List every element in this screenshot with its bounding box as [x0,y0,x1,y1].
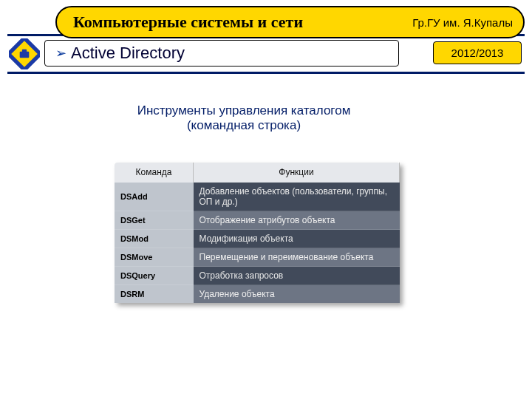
section-heading-line1: Инструменты управления каталогом (команд… [137,103,351,132]
section-heading: Инструменты управления каталогом (команд… [89,103,399,133]
commands-table: Команда Функции DSAdd Добавление объекто… [115,163,400,303]
svg-rect-3 [22,50,27,52]
func-cell: Отображение атрибутов объекта [194,211,400,230]
year-badge: 2012/2013 [433,41,522,64]
topic-title: Active Directory [71,44,185,63]
func-cell: Добавление объектов (пользователи, групп… [194,183,400,211]
func-cell: Модификация объекта [194,230,400,248]
cmd-cell: DSMove [115,248,194,267]
topic-bar: ➢ Active Directory [44,40,399,66]
separator-line-lower [7,72,525,74]
cmd-cell: DSAdd [115,183,194,211]
course-title: Компьютерные системы и сети [57,13,412,32]
table-row: DSMove Перемещение и переименование объе… [115,248,400,267]
col-header-command: Команда [115,163,194,183]
func-cell: Перемещение и переименование объекта [194,248,400,267]
cmd-cell: DSGet [115,211,194,230]
func-cell: Отработка запросов [194,267,400,285]
chevron-right-icon: ➢ [55,45,66,61]
func-cell: Удаление объекта [194,285,400,304]
svg-rect-2 [20,52,30,58]
cmd-cell: DSMod [115,230,194,248]
cmd-cell: DSQuery [115,267,194,285]
university-logo-icon [9,38,40,69]
slide: Компьютерные системы и сети Гр.ГУ им. Я.… [0,0,532,399]
institution-name: Гр.ГУ им. Я.Купалы [412,16,523,29]
table-row: DSGet Отображение атрибутов объекта [115,211,400,230]
table-row: DSQuery Отработка запросов [115,267,400,285]
cmd-cell: DSRM [115,285,194,304]
table-row: DSAdd Добавление объектов (пользователи,… [115,183,400,211]
table-header-row: Команда Функции [115,163,400,183]
table-row: DSRM Удаление объекта [115,285,400,304]
header-bar: Компьютерные системы и сети Гр.ГУ им. Я.… [55,6,525,38]
table-row: DSMod Модификация объекта [115,230,400,248]
col-header-function: Функции [194,163,400,183]
